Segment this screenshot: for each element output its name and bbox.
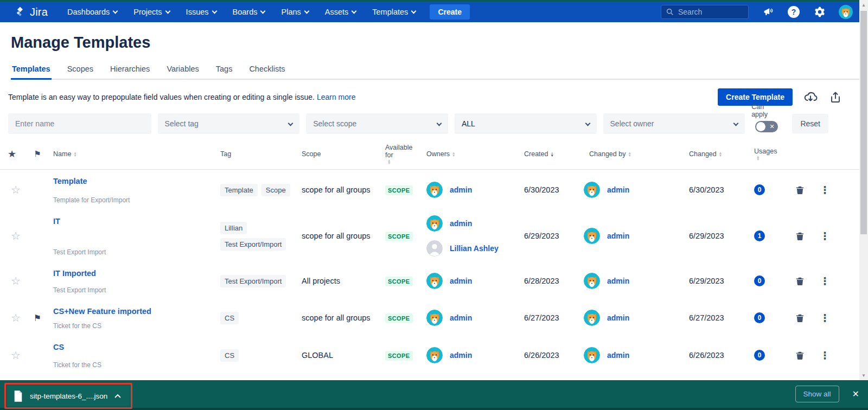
changed-date: 6/29/2023: [685, 277, 750, 285]
owner-link[interactable]: admin: [450, 185, 472, 194]
delete-icon[interactable]: [795, 277, 805, 286]
usages-badge[interactable]: 0: [754, 350, 765, 361]
tab-templates[interactable]: Templates: [11, 62, 52, 80]
tab-variables[interactable]: Variables: [165, 62, 200, 79]
template-description: Template for Export/Import: [53, 196, 209, 204]
star-icon[interactable]: ☆: [11, 312, 21, 324]
tab-checklists[interactable]: Checklists: [248, 62, 286, 79]
reset-button[interactable]: Reset: [792, 114, 828, 133]
scope-filter-select[interactable]: Select scope: [306, 113, 448, 134]
settings-gear-icon[interactable]: [813, 5, 827, 19]
nav-item-assets[interactable]: Assets: [325, 8, 356, 16]
star-icon[interactable]: ☆: [11, 349, 21, 361]
star-icon[interactable]: ☆: [11, 230, 21, 242]
search-input[interactable]: [678, 8, 743, 16]
column-header-changed-by[interactable]: Changed by▲▼: [584, 150, 685, 158]
chevron-up-icon[interactable]: [114, 394, 121, 398]
column-header-usages[interactable]: Usages▲▼: [750, 148, 787, 161]
column-header-available-for[interactable]: Available for▲▼: [380, 144, 422, 164]
search-box[interactable]: [661, 5, 749, 19]
table-row: ☆ Template Template for Export/Import Te…: [0, 170, 859, 210]
vertical-scrollbar[interactable]: ▲ ▼: [859, 0, 868, 380]
changed-by-link[interactable]: admin: [607, 185, 629, 194]
template-name-link[interactable]: Template: [53, 177, 209, 185]
tag-filter-select[interactable]: Select tag: [158, 113, 300, 134]
top-navbar: Jira Dashboards Projects Issues Boards P…: [0, 2, 868, 22]
column-header-changed[interactable]: Changed▲▼: [685, 150, 750, 158]
changed-by-link[interactable]: admin: [607, 351, 629, 360]
more-actions-icon[interactable]: ⋮: [820, 230, 830, 242]
learn-more-link[interactable]: Learn more: [317, 93, 356, 101]
nav-item-issues[interactable]: Issues: [186, 8, 216, 16]
column-header-name[interactable]: Name▲▼: [51, 150, 214, 158]
scrollbar-up-arrow[interactable]: ▲: [859, 1, 868, 9]
filter-bar: Select tag Select scope ALL Select owner…: [8, 113, 843, 134]
jira-logo[interactable]: Jira: [14, 6, 48, 18]
column-header-owners[interactable]: Owners▲▼: [422, 150, 520, 158]
star-icon[interactable]: ☆: [11, 184, 21, 196]
import-cloud-icon[interactable]: [803, 90, 818, 104]
column-header-created[interactable]: Created▲▼: [520, 150, 584, 158]
scrollbar-thumb[interactable]: [860, 11, 867, 234]
usages-badge[interactable]: 0: [754, 276, 765, 286]
dog-avatar: [584, 273, 600, 289]
tab-tags[interactable]: Tags: [215, 62, 234, 79]
name-filter-input[interactable]: [15, 119, 144, 128]
dog-avatar: [584, 347, 600, 363]
template-name-link[interactable]: IT: [53, 217, 209, 226]
delete-icon[interactable]: [795, 351, 805, 360]
owner-link[interactable]: admin: [450, 277, 472, 285]
dog-avatar: [426, 182, 443, 198]
more-actions-icon[interactable]: ⋮: [820, 184, 830, 196]
chevron-down-icon: [352, 8, 357, 14]
more-actions-icon[interactable]: ⋮: [820, 275, 830, 287]
flag-header-icon[interactable]: ⚑: [34, 149, 41, 159]
delete-icon[interactable]: [795, 232, 805, 241]
delete-icon[interactable]: [795, 313, 805, 323]
scope-text: scope for all groups: [296, 313, 380, 322]
tab-scopes[interactable]: Scopes: [66, 62, 94, 79]
owner-link[interactable]: admin: [450, 313, 472, 322]
delete-icon[interactable]: [795, 185, 805, 195]
downloaded-file-chip[interactable]: sitp-templates-6_....json: [7, 386, 130, 406]
name-filter[interactable]: [8, 113, 151, 134]
template-name-link[interactable]: CS+New Feature imported: [53, 307, 209, 316]
template-name-link[interactable]: CS: [53, 343, 209, 351]
nav-item-templates[interactable]: Templates: [372, 8, 416, 16]
nav-item-boards[interactable]: Boards: [233, 8, 265, 16]
usages-badge[interactable]: 0: [754, 184, 765, 195]
tab-hierarchies[interactable]: Hierarchies: [109, 62, 151, 79]
type-filter-select[interactable]: ALL: [455, 113, 597, 134]
changed-by-link[interactable]: admin: [607, 313, 629, 322]
star-header-icon[interactable]: ★: [8, 148, 16, 160]
scrollbar-down-arrow[interactable]: ▼: [859, 371, 868, 379]
star-icon[interactable]: ☆: [11, 275, 21, 287]
tag-chip: Lillian: [220, 222, 247, 234]
export-share-icon[interactable]: [828, 90, 843, 104]
user-avatar[interactable]: [839, 5, 853, 19]
close-icon[interactable]: ✕: [852, 389, 859, 399]
toggle-x-icon: ✕: [770, 123, 775, 130]
table-row: ☆ CS Ticket for the CS CS GLOBAL SCOPE a…: [0, 336, 859, 375]
template-description: Ticket for the CS: [53, 322, 209, 330]
nav-item-plans[interactable]: Plans: [281, 8, 308, 16]
announcements-icon[interactable]: [761, 5, 775, 19]
nav-item-dashboards[interactable]: Dashboards: [67, 8, 117, 16]
changed-by-link[interactable]: admin: [607, 232, 629, 240]
changed-by-link[interactable]: admin: [607, 277, 629, 285]
create-button[interactable]: Create: [430, 4, 470, 20]
usages-badge[interactable]: 0: [754, 312, 765, 323]
show-all-button[interactable]: Show all: [795, 386, 839, 402]
more-actions-icon[interactable]: ⋮: [820, 349, 830, 362]
owner-link[interactable]: admin: [450, 351, 472, 360]
created-date: 6/30/2023: [520, 185, 584, 194]
template-name-link[interactable]: IT Imported: [53, 269, 209, 278]
owner-filter-select[interactable]: Select owner: [603, 113, 745, 134]
usages-badge[interactable]: 1: [754, 230, 765, 241]
owner-link[interactable]: Lillian Ashley: [450, 244, 499, 253]
help-icon[interactable]: ?: [787, 5, 801, 19]
nav-item-projects[interactable]: Projects: [133, 8, 169, 16]
can-apply-toggle[interactable]: ✕: [755, 121, 778, 132]
more-actions-icon[interactable]: ⋮: [820, 312, 830, 324]
owner-link[interactable]: admin: [450, 219, 472, 228]
